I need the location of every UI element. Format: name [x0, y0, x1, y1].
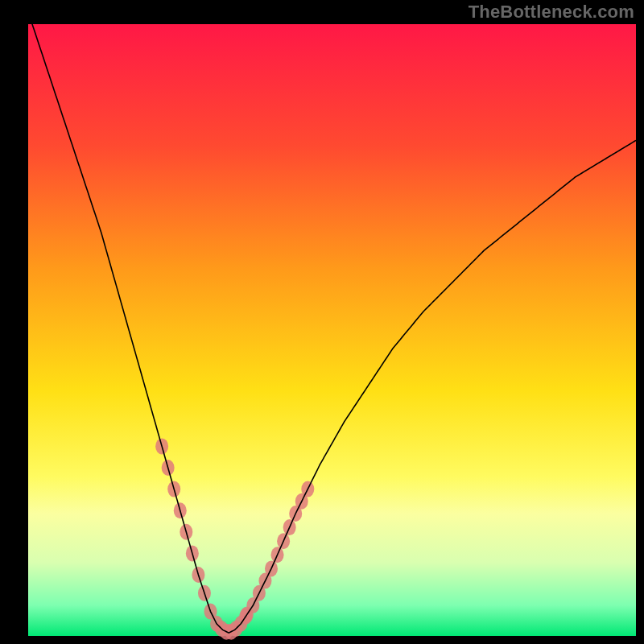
gradient-background [28, 24, 636, 636]
watermark-text: TheBottleneck.com [469, 2, 634, 23]
chart-frame: TheBottleneck.com [0, 0, 644, 644]
bottleneck-chart [0, 0, 644, 644]
